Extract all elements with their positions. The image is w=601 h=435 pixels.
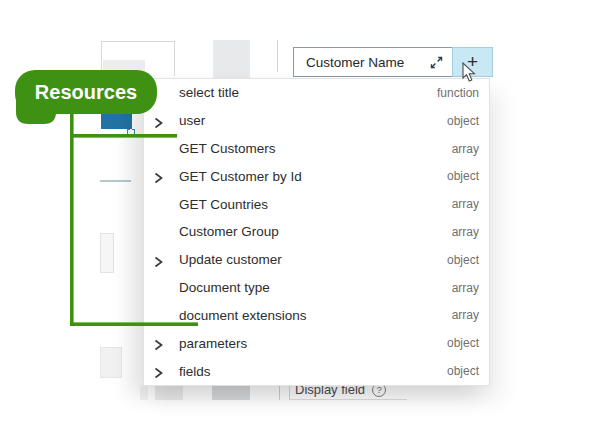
dropdown-item-type: object — [447, 336, 479, 350]
dropdown-item-type: array — [452, 142, 479, 156]
formula-field[interactable]: Customer Name — [293, 47, 453, 77]
dropdown-item-label: Customer Group — [179, 224, 279, 239]
dropdown-item-label: document extensions — [179, 308, 307, 323]
dropdown-item-get-customer-by-id[interactable]: GET Customer by Idobject — [144, 162, 489, 190]
background-placeholder-block — [212, 386, 250, 400]
dropdown-item-customer-group[interactable]: Customer Grouparray — [144, 218, 489, 246]
background-placeholder-block — [100, 233, 114, 273]
background-placeholder-block — [140, 386, 148, 400]
selection-handle — [127, 129, 135, 135]
dropdown-item-label: user — [179, 113, 205, 128]
background-placeholder-block — [155, 386, 183, 400]
chevron-right-icon[interactable] — [153, 115, 164, 127]
dropdown-item-fields[interactable]: fieldsobject — [144, 357, 489, 385]
dropdown-item-select-title[interactable]: select titlefunction — [144, 79, 489, 107]
dropdown-item-type: array — [452, 197, 479, 211]
dropdown-item-document-type[interactable]: Document typearray — [144, 274, 489, 302]
callout-label: Resources — [35, 81, 137, 103]
chevron-right-icon[interactable] — [153, 254, 164, 266]
expand-diagonal-icon[interactable] — [429, 55, 444, 70]
background-divider — [289, 384, 290, 399]
dropdown-item-type: array — [452, 308, 479, 322]
dropdown-item-type: array — [452, 225, 479, 239]
dropdown-item-type: object — [447, 114, 479, 128]
dropdown-item-document-extensions[interactable]: document extensionsarray — [144, 302, 489, 330]
background-divider — [279, 386, 280, 400]
chevron-right-icon[interactable] — [153, 170, 164, 182]
dropdown-item-type: function — [437, 86, 479, 100]
mouse-cursor-icon — [462, 62, 477, 87]
dropdown-item-type: object — [447, 169, 479, 183]
background-divider — [277, 40, 278, 72]
callout-vertical-line — [70, 112, 74, 326]
dropdown-item-user[interactable]: userobject — [144, 107, 489, 135]
dropdown-item-label: parameters — [179, 336, 247, 351]
background-divider — [100, 180, 131, 182]
background-placeholder-block — [103, 60, 145, 78]
callout-tail — [16, 90, 56, 124]
dropdown-item-type: object — [447, 364, 479, 378]
formula-field-value: Customer Name — [306, 55, 404, 70]
dropdown-item-get-countries[interactable]: GET Countriesarray — [144, 190, 489, 218]
dropdown-item-parameters[interactable]: parametersobject — [144, 329, 489, 357]
dropdown-item-label: GET Countries — [179, 197, 268, 212]
chevron-right-icon[interactable] — [153, 365, 164, 377]
screenshot-root: Display field ? Customer Name + select t… — [0, 0, 601, 435]
chevron-right-icon[interactable] — [153, 337, 164, 349]
background-divider — [289, 399, 407, 400]
background-placeholder-block — [213, 40, 250, 78]
dropdown-item-type: object — [447, 253, 479, 267]
dropdown-item-label: fields — [179, 364, 211, 379]
dropdown-item-label: Document type — [179, 280, 270, 295]
dropdown-item-label: GET Customers — [179, 141, 276, 156]
background-placeholder-block — [100, 347, 122, 378]
dropdown-item-label: Update customer — [179, 252, 282, 267]
dropdown-item-label: select title — [179, 85, 239, 100]
dropdown-item-update-customer[interactable]: Update customerobject — [144, 246, 489, 274]
dropdown-item-label: GET Customer by Id — [179, 169, 302, 184]
dropdown-item-get-customers[interactable]: GET Customersarray — [144, 135, 489, 163]
dropdown-item-type: array — [452, 281, 479, 295]
selected-component-block — [101, 112, 132, 129]
resources-dropdown: select titlefunctionuserobjectGET Custom… — [143, 78, 490, 386]
